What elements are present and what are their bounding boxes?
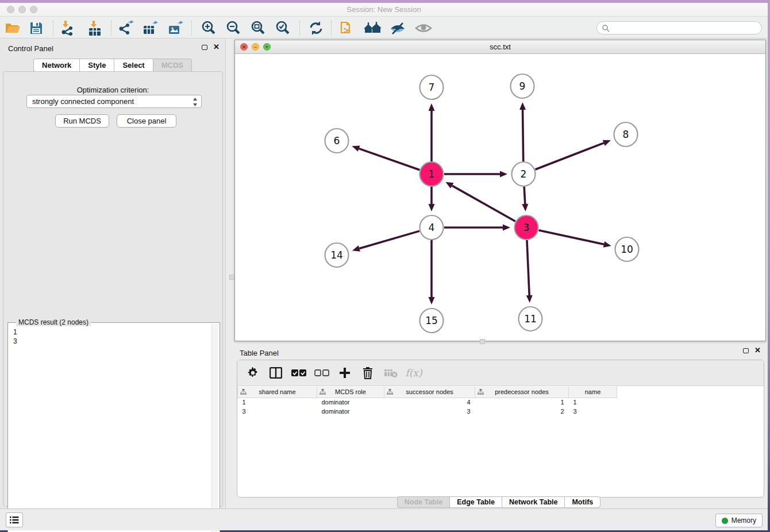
- delete-table-icon[interactable]: [383, 366, 398, 380]
- zoom-fit-icon[interactable]: [249, 20, 267, 37]
- graph-edge-1-6[interactable]: [352, 145, 419, 169]
- graph-edge-4-14[interactable]: [352, 231, 419, 252]
- toolbar-separator: [191, 21, 192, 36]
- open-session-icon[interactable]: [3, 20, 22, 37]
- table-cell[interactable]: 3: [569, 407, 617, 416]
- table-panel-title: Table Panel: [240, 349, 279, 357]
- task-history-button[interactable]: [6, 512, 23, 527]
- add-column-icon[interactable]: [337, 366, 352, 380]
- splitter-handle-vertical[interactable]: [229, 275, 234, 280]
- clone-network-icon[interactable]: [338, 20, 356, 37]
- export-image-icon[interactable]: [166, 20, 184, 37]
- float-panel-icon[interactable]: [202, 45, 207, 50]
- search-icon: [602, 24, 610, 32]
- memory-button[interactable]: Memory: [715, 514, 763, 527]
- mcds-result-text[interactable]: 1 3: [13, 327, 17, 346]
- svg-text:8: 8: [623, 129, 629, 140]
- graph-node-14[interactable]: 14: [325, 243, 349, 267]
- table-cell[interactable]: 1: [569, 398, 617, 407]
- tab-mcds[interactable]: MCDS: [153, 59, 192, 72]
- graph-edge-3-10[interactable]: [538, 230, 611, 248]
- float-panel-icon[interactable]: [743, 348, 749, 353]
- deselect-all-columns-icon[interactable]: [314, 366, 329, 380]
- svg-text:11: 11: [524, 313, 537, 325]
- table-cell[interactable]: dominator: [317, 398, 384, 407]
- tab-node-table[interactable]: Node Table: [397, 496, 449, 508]
- tab-motifs[interactable]: Motifs: [564, 496, 600, 508]
- table-cell[interactable]: 2: [475, 407, 569, 416]
- graph-edge-4-3[interactable]: [444, 225, 510, 231]
- graph-node-10[interactable]: 10: [615, 237, 639, 261]
- delete-column-icon[interactable]: [360, 366, 375, 380]
- graph-edge-2-3[interactable]: [522, 187, 528, 211]
- export-network-icon[interactable]: [117, 20, 135, 37]
- graph-edge-1-2[interactable]: [444, 171, 507, 178]
- svg-text:4: 4: [429, 222, 435, 233]
- graph-edge-2-8[interactable]: [536, 140, 611, 169]
- graph-node-15[interactable]: 15: [420, 309, 444, 333]
- function-builder-icon[interactable]: f(x): [406, 366, 421, 380]
- table-cell[interactable]: 3: [384, 407, 475, 416]
- zoom-out-icon[interactable]: [224, 20, 242, 37]
- graph-edge-1-4[interactable]: [429, 187, 435, 211]
- graph-node-3[interactable]: 3: [515, 215, 538, 240]
- save-session-icon[interactable]: [27, 20, 45, 37]
- criterion-dropdown[interactable]: strongly connected component: [26, 95, 202, 108]
- hierarchy-icon: [240, 389, 247, 395]
- graph-edge-1-7[interactable]: [429, 103, 435, 161]
- search-field[interactable]: [596, 21, 762, 34]
- table-row[interactable]: 1dominator411: [238, 398, 617, 407]
- table-row[interactable]: 3dominator323: [238, 407, 617, 416]
- graph-node-6[interactable]: 6: [325, 129, 349, 153]
- hide-selected-icon[interactable]: [388, 20, 407, 37]
- search-input[interactable]: [610, 24, 761, 32]
- splitter-handle-horizontal[interactable]: [480, 339, 485, 344]
- import-network-icon[interactable]: [59, 20, 77, 37]
- graph-node-2[interactable]: 2: [512, 162, 536, 186]
- graph-node-11[interactable]: 11: [519, 307, 542, 331]
- graph-edge-3-11[interactable]: [526, 240, 533, 303]
- zoom-in-icon[interactable]: [199, 20, 218, 37]
- graph-edge-2-9[interactable]: [519, 102, 526, 161]
- tab-edge-table[interactable]: Edge Table: [449, 496, 502, 508]
- import-table-icon[interactable]: [86, 20, 104, 37]
- close-panel-button[interactable]: Close panel: [117, 114, 176, 128]
- tab-network-table[interactable]: Network Table: [502, 496, 565, 508]
- table-settings-icon[interactable]: [245, 366, 260, 380]
- export-table-icon[interactable]: [141, 20, 159, 37]
- table-cell[interactable]: 1: [238, 398, 317, 407]
- column-header-predecessor-nodes[interactable]: predecessor nodes: [475, 387, 569, 398]
- list-icon: [10, 516, 19, 524]
- close-panel-icon[interactable]: ✕: [213, 44, 220, 50]
- graph-node-1[interactable]: 1: [420, 162, 444, 186]
- tab-network[interactable]: Network: [33, 59, 79, 72]
- hierarchy-icon: [387, 389, 393, 395]
- network-window-titlebar[interactable]: ✕ − + scc.txt: [235, 40, 765, 54]
- table-cell[interactable]: 3: [238, 407, 317, 416]
- home-icon[interactable]: [363, 20, 382, 37]
- graph-node-7[interactable]: 7: [420, 75, 444, 99]
- network-graph-canvas[interactable]: 7968124314101511: [235, 54, 765, 341]
- result-scrollbar[interactable]: [211, 324, 218, 532]
- split-columns-icon[interactable]: [268, 366, 283, 380]
- column-header-successor-nodes[interactable]: successor nodes: [384, 387, 475, 398]
- graph-node-9[interactable]: 9: [511, 74, 534, 98]
- refresh-icon[interactable]: [307, 20, 325, 37]
- graph-node-4[interactable]: 4: [420, 215, 444, 240]
- column-header-shared-name[interactable]: shared name: [238, 387, 317, 398]
- graph-node-8[interactable]: 8: [614, 122, 638, 147]
- tab-style[interactable]: Style: [79, 59, 114, 72]
- show-all-icon[interactable]: [414, 20, 433, 37]
- column-header-name[interactable]: name: [569, 387, 617, 398]
- graph-edge-4-15[interactable]: [429, 240, 435, 304]
- graph-edge-3-1[interactable]: [445, 182, 515, 221]
- run-mcds-button[interactable]: Run MCDS: [55, 114, 109, 128]
- close-panel-icon[interactable]: ✕: [754, 348, 761, 353]
- table-cell[interactable]: dominator: [317, 407, 384, 416]
- table-cell[interactable]: 1: [475, 398, 569, 407]
- column-header-MCDS-role[interactable]: MCDS role: [317, 387, 384, 398]
- tab-select[interactable]: Select: [114, 59, 152, 72]
- zoom-selected-icon[interactable]: [274, 20, 292, 37]
- select-all-columns-icon[interactable]: [291, 366, 306, 380]
- table-cell[interactable]: 4: [384, 398, 475, 407]
